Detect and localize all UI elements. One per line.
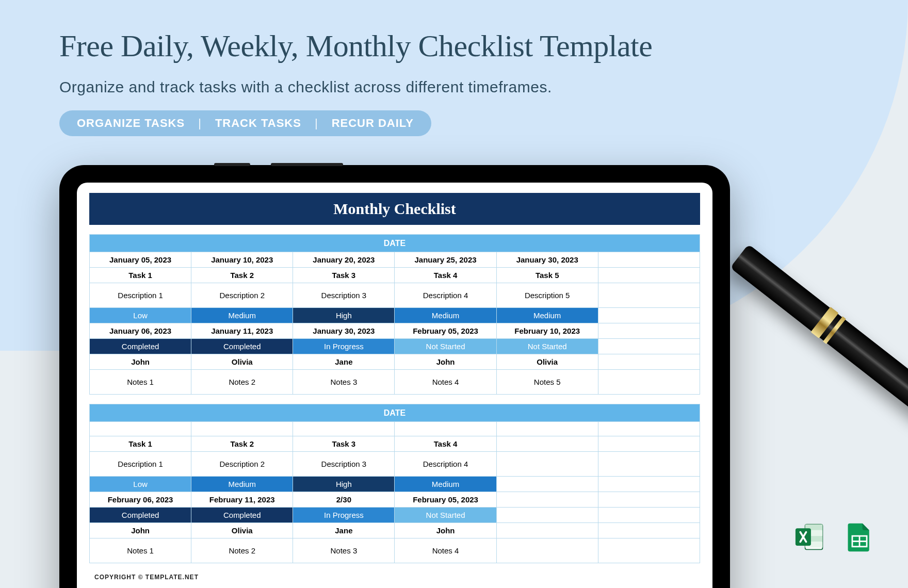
cell: February 10, 2023 [496,323,598,339]
cell: Jane [293,354,395,370]
cell: Medium [191,477,293,492]
cell [598,422,700,436]
cell: Not Started [395,339,496,354]
copyright-text: COPYRIGHT © TEMPLATE.NET [89,563,700,581]
cell: January 05, 2023 [90,252,191,268]
page-subtitle: Organize and track tasks with a checklis… [59,78,849,96]
cell [598,523,700,538]
cell: Olivia [191,523,293,538]
cell: John [395,523,496,538]
cell [90,422,191,436]
cell: February 05, 2023 [395,323,496,339]
cell: Completed [90,339,191,354]
cell: Task 4 [395,436,496,452]
cell: Task 1 [90,436,191,452]
cell: Medium [496,308,598,323]
cell: January 20, 2023 [293,252,395,268]
cell: Notes 5 [496,370,598,395]
cell [496,436,598,452]
cell: Low [90,477,191,492]
cell: January 30, 2023 [293,323,395,339]
cell: Olivia [191,354,293,370]
cell: Olivia [496,354,598,370]
cell: Task 3 [293,436,395,452]
cell: Completed [191,339,293,354]
tablet-mockup: Monthly Checklist DATEJanuary 05, 2023Ja… [59,165,730,588]
tag-separator: | [315,117,318,130]
cell: In Progress [293,508,395,523]
cell: Description 1 [90,283,191,308]
cell: John [90,523,191,538]
date-header: DATE [90,404,700,422]
cell: January 30, 2023 [496,252,598,268]
cell [496,477,598,492]
google-sheets-icon [839,517,880,557]
tag-recur-daily: RECUR DAILY [332,117,414,130]
spreadsheet-body: DATEJanuary 05, 2023January 10, 2023Janu… [89,234,700,563]
cell: High [293,477,395,492]
cell: High [293,308,395,323]
cell [496,422,598,436]
cell: January 25, 2023 [395,252,496,268]
cell: Description 2 [191,452,293,477]
cell [598,538,700,563]
cell [496,452,598,477]
date-header: DATE [90,235,700,252]
cell: January 06, 2023 [90,323,191,339]
cell [598,252,700,268]
cell: January 11, 2023 [191,323,293,339]
cell: Not Started [496,339,598,354]
cell [598,268,700,283]
cell: February 06, 2023 [90,492,191,508]
cell [598,492,700,508]
cell: Description 3 [293,452,395,477]
cell [598,308,700,323]
cell: Notes 4 [395,370,496,395]
cell: Description 2 [191,283,293,308]
cell [598,508,700,523]
cell: Notes 1 [90,538,191,563]
cell: Description 5 [496,283,598,308]
cell: Low [90,308,191,323]
cell: Medium [191,308,293,323]
page-title: Free Daily, Weekly, Monthly Checklist Te… [59,28,849,64]
cell: 2/30 [293,492,395,508]
cell: Completed [90,508,191,523]
cell: Medium [395,308,496,323]
cell: February 11, 2023 [191,492,293,508]
cell [496,538,598,563]
cell [293,422,395,436]
cell: February 05, 2023 [395,492,496,508]
cell [496,508,598,523]
tag-separator: | [198,117,202,130]
cell: Notes 4 [395,538,496,563]
format-icons [790,517,880,557]
cell: John [90,354,191,370]
cell: Jane [293,523,395,538]
cell: Completed [191,508,293,523]
cell [598,436,700,452]
cell [598,477,700,492]
cell: Description 3 [293,283,395,308]
cell [191,422,293,436]
cell: Task 2 [191,436,293,452]
tag-organize-tasks: ORGANIZE TASKS [77,117,185,130]
cell: Notes 1 [90,370,191,395]
cell: In Progress [293,339,395,354]
cell: Medium [395,477,496,492]
cell: Task 5 [496,268,598,283]
cell: Description 1 [90,452,191,477]
tablet-screen: Monthly Checklist DATEJanuary 05, 2023Ja… [77,183,712,588]
cell [496,492,598,508]
cell: Notes 3 [293,538,395,563]
cell: Notes 2 [191,370,293,395]
cell: January 10, 2023 [191,252,293,268]
spreadsheet-title: Monthly Checklist [89,193,700,225]
cell [496,523,598,538]
cell: Notes 2 [191,538,293,563]
cell [598,452,700,477]
cell: Task 2 [191,268,293,283]
cell [395,422,496,436]
cell: Not Started [395,508,496,523]
cell: Task 4 [395,268,496,283]
